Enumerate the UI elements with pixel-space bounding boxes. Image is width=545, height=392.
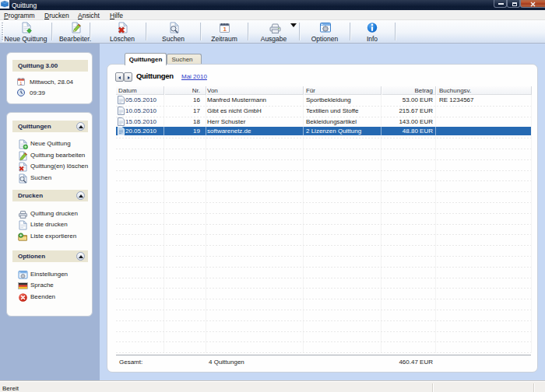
svg-text:1: 1 [223, 26, 227, 33]
svg-text:1: 1 [20, 80, 23, 85]
